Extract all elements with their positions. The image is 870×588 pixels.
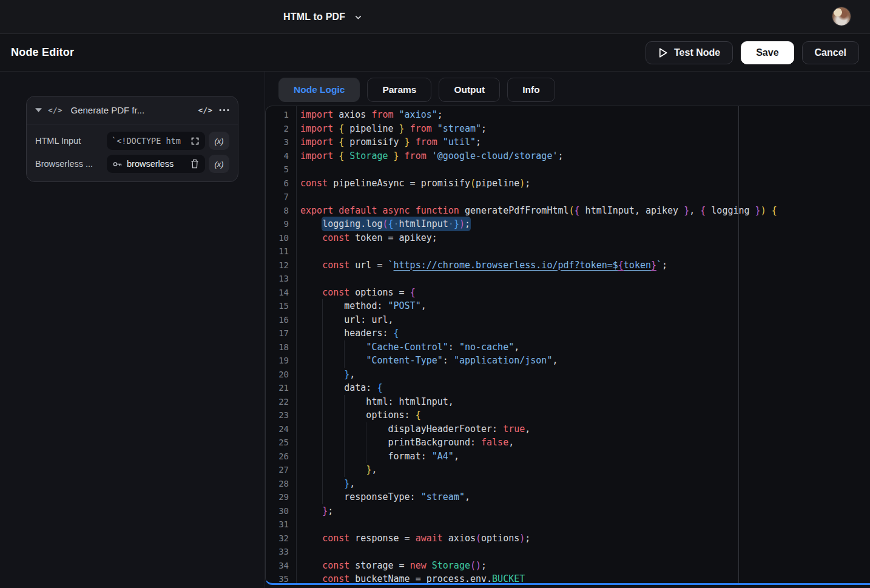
code-line[interactable]: 28 }, (266, 477, 870, 491)
code-line[interactable]: 5 (266, 163, 870, 177)
code-text: }, (289, 477, 870, 491)
code-editor[interactable]: 1import axios from "axios";2import { pip… (265, 106, 870, 585)
code-text: options: { (289, 408, 870, 422)
code-token: } (684, 205, 689, 216)
code-line[interactable]: 26 format: "A4", (266, 450, 870, 464)
edit-code-icon[interactable]: </> (198, 106, 212, 115)
code-line[interactable]: 21 data: { (266, 381, 870, 395)
code-token: bucketName = process.env. (349, 573, 492, 584)
code-line[interactable]: 9 logging.log({·htmlInput·}); (266, 217, 870, 231)
code-token: import (300, 123, 333, 134)
code-token: { (575, 205, 580, 216)
line-number: 19 (266, 354, 289, 368)
code-text: printBackground: false, (289, 436, 870, 450)
code-line[interactable]: 12 const url = `https://chrome.browserle… (266, 259, 870, 272)
field-input[interactable]: `<!DOCTYPE htm (107, 132, 205, 150)
code-text: export default async function generatePd… (289, 204, 870, 218)
code-token: htmlInput (399, 218, 448, 229)
code-line[interactable]: 18 "Cache-Control": "no-cache", (266, 340, 870, 354)
line-number: 26 (266, 450, 289, 464)
play-icon (658, 47, 668, 58)
node-card-header[interactable]: </> Generate PDF fr... </> (27, 96, 238, 124)
code-line[interactable]: 31 (266, 518, 870, 532)
user-avatar[interactable] (832, 7, 851, 25)
indent-guide (322, 463, 323, 477)
code-text: responseType: "stream", (289, 490, 870, 504)
code-line[interactable]: 33 (266, 545, 870, 559)
tab-info[interactable]: Info (507, 78, 555, 102)
top-bar: HTML to PDF (0, 0, 870, 34)
code-line[interactable]: 7 (266, 190, 870, 204)
code-token: ` (388, 260, 394, 271)
code-text: const response = await axios(options); (289, 532, 870, 546)
line-number: 6 (266, 177, 289, 191)
code-line[interactable]: 6const pipelineAsync = promisify(pipelin… (266, 177, 870, 191)
line-number: 15 (266, 299, 289, 313)
code-token: logging.log (322, 218, 382, 229)
code-token (300, 260, 322, 271)
code-token (333, 137, 339, 147)
code-token (427, 150, 432, 161)
code-line[interactable]: 11 (266, 245, 870, 259)
code-line[interactable]: 16 url: url, (266, 313, 870, 327)
line-number: 32 (266, 532, 289, 546)
tab-output[interactable]: Output (439, 78, 500, 102)
cancel-button[interactable]: Cancel (802, 41, 859, 64)
code-token: response = (349, 533, 415, 544)
code-token (427, 560, 432, 571)
more-horizontal-icon[interactable] (218, 105, 229, 116)
code-line[interactable]: 29 responseType: "stream", (266, 490, 870, 504)
code-line[interactable]: 22 html: htmlInput, (266, 395, 870, 409)
tab-params[interactable]: Params (367, 78, 431, 102)
test-node-label: Test Node (674, 47, 720, 58)
code-line[interactable]: 25 printBackground: false, (266, 436, 870, 450)
test-node-button[interactable]: Test Node (646, 41, 733, 64)
code-token: htmlInput, apikey (580, 205, 684, 216)
field-value: `<!DOCTYPE htm (112, 136, 185, 146)
code-line[interactable]: 8export default async function generateP… (266, 204, 870, 218)
line-number: 3 (266, 135, 289, 149)
code-line[interactable]: 10 const token = apikey; (266, 231, 870, 245)
code-line[interactable]: 19 "Content-Type": "application/json", (266, 354, 870, 368)
code-line[interactable]: 2import { pipeline } from "stream"; (266, 122, 870, 136)
code-token: const (322, 533, 349, 544)
field-input[interactable]: browserless (107, 155, 205, 173)
code-line[interactable]: 34 const storage = new Storage(); (266, 559, 870, 573)
code-line[interactable]: 1import axios from "axios"; (266, 108, 870, 122)
code-line[interactable]: 4import { Storage } from '@google-cloud/… (266, 149, 870, 163)
workflow-selector[interactable]: HTML to PDF (283, 0, 363, 34)
code-token: https://chrome.browserless.io/pdf?token=… (394, 260, 618, 271)
code-line[interactable]: 15 method: "POST", (266, 299, 870, 313)
code-line[interactable]: 14 const options = { (266, 286, 870, 300)
code-token: pipeline (344, 123, 399, 134)
code-text: const storage = new Storage(); (289, 559, 870, 573)
trash-icon[interactable] (189, 158, 200, 169)
code-token: Storage (432, 560, 470, 571)
collapse-chevron-icon[interactable] (35, 108, 42, 112)
code-token: function (416, 205, 459, 216)
code-token (300, 355, 366, 366)
code-line[interactable]: 17 headers: { (266, 326, 870, 340)
expand-icon[interactable] (189, 135, 200, 146)
save-button[interactable]: Save (741, 41, 794, 64)
code-line[interactable]: 23 options: { (266, 408, 870, 422)
expression-button[interactable]: (x) (209, 155, 229, 173)
code-token: { (410, 287, 416, 298)
tab-node-logic[interactable]: Node Logic (278, 78, 360, 102)
code-token: const (322, 232, 349, 243)
code-token: promisify (344, 137, 404, 147)
code-line[interactable]: 30 }; (266, 504, 870, 518)
code-line[interactable]: 3import { promisify } from "util"; (266, 135, 870, 149)
code-token: token (624, 260, 651, 271)
code-line[interactable]: 27 }, (266, 463, 870, 477)
code-line[interactable]: 24 displayHeaderFooter: true, (266, 422, 870, 436)
code-token: "no-cache" (459, 342, 514, 353)
indent-guide (322, 340, 323, 354)
code-line[interactable]: 13 (266, 272, 870, 286)
code-line[interactable]: 20 }, (266, 368, 870, 382)
code-line[interactable]: 32 const response = await axios(options)… (266, 532, 870, 546)
code-token: } (344, 478, 349, 489)
code-token: Storage (349, 150, 388, 161)
expression-button[interactable]: (x) (209, 132, 229, 150)
code-line[interactable]: 35 const bucketName = process.env.BUCKET (266, 572, 870, 585)
